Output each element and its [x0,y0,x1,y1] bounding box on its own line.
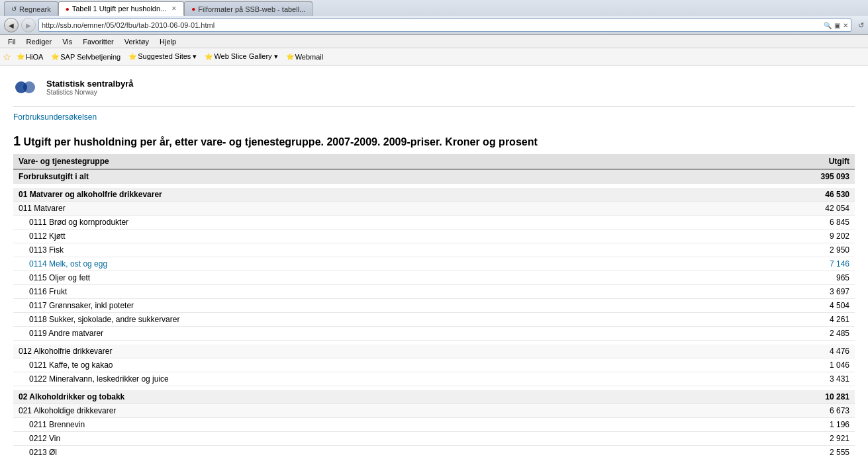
table-number: 1 [13,134,21,148]
fav-sap[interactable]: ⭐ SAP Selvbetjening [48,52,123,62]
table-cell-label: 0213 Øl [13,446,698,460]
menu-favoritter[interactable]: Favoritter [77,36,119,47]
table-cell-value: 6 845 [698,216,855,230]
table-row: 012 Alkoholfrie drikkevarer4 476 [13,345,855,358]
fav-webmail[interactable]: ⭐ Webmail [283,52,326,62]
refresh-page-icon[interactable]: ↺ [858,21,864,30]
table-row: 0212 Vin2 921 [13,432,855,446]
table-cell-label: 012 Alkoholfrie drikkevarer [13,345,698,358]
table-cell-label: 0111 Brød og kornprodukter [13,216,698,230]
menu-hjelp[interactable]: Hjelp [154,36,181,47]
favorites-bar: ☆ ⭐ HiOA ⭐ SAP Selvbetjening ⭐ Suggested… [0,48,868,65]
table-cell-value: 2 950 [698,243,855,257]
back-button[interactable]: ◀ [4,18,19,32]
table-row: 021 Alkoholdige drikkevarer6 673 [13,404,855,418]
table-cell-value: 965 [698,271,855,285]
tab-label-regneark: Regneark [19,5,51,13]
fav-icon-webslice: ⭐ [205,53,213,60]
table-row: 0213 Øl2 555 [13,446,855,460]
menu-rediger[interactable]: Rediger [21,36,58,47]
table-cell-label: 01 Matvarer og alkoholfrie drikkevarer [13,188,698,202]
breadcrumb-link[interactable]: Forbruksundersøkelsen [13,112,97,122]
table-title: 1 Utgift per husholdning per år, etter v… [13,127,855,154]
table-cell-value: 10 281 [698,390,855,404]
table-row: 0114 Melk, ost og egg7 146 [13,257,855,271]
table-cell-value: 4 476 [698,345,855,358]
table-row: 0211 Brennevin1 196 [13,418,855,432]
table-cell-value: 42 054 [698,202,855,216]
table-row: 0117 Grønnsaker, inkl poteter4 504 [13,299,855,313]
table-row: 0116 Frukt3 697 [13,285,855,299]
col-header-value: Utgift [698,154,855,169]
fav-hioa[interactable]: ⭐ HiOA [14,52,46,62]
menu-fil[interactable]: Fil [3,36,21,47]
close-icon[interactable]: ✕ [843,22,848,29]
favorites-star-icon: ☆ [3,52,11,62]
fav-webslice[interactable]: ⭐ Web Slice Gallery ▾ [202,51,280,62]
tab-icon-regneark: ↺ [11,5,17,13]
forward-button[interactable]: ▶ [21,18,36,32]
table-cell-label: Forbruksutgift i alt [13,169,698,184]
fav-icon-hioa: ⭐ [17,53,24,60]
fav-label-hioa: HiOA [26,53,43,61]
svg-point-2 [23,81,35,93]
table-cell-label: 0113 Fisk [13,243,698,257]
table-row: 0118 Sukker, sjokolade, andre sukkervare… [13,313,855,327]
table-row: 011 Matvarer42 054 [13,202,855,216]
tab-regneark[interactable]: ↺ Regneark [4,1,58,16]
table-row: 0112 Kjøtt9 202 [13,230,855,243]
tab-tabell1[interactable]: ● Tabell 1 Utgift per husholdn... ✕ [58,1,185,16]
table-cell-label: 0116 Frukt [13,285,698,299]
fav-icon-suggested: ⭐ [128,53,136,60]
browser-chrome: ↺ Regneark ● Tabell 1 Utgift per hushold… [0,0,868,35]
fav-suggested[interactable]: ⭐ Suggested Sites ▾ [126,51,199,62]
table-cell-label: 0114 Melk, ost og egg [13,257,698,271]
table-cell-value: 9 202 [698,230,855,243]
fav-label-suggested: Suggested Sites ▾ [138,52,197,61]
browser-tabs: ↺ Regneark ● Tabell 1 Utgift per hushold… [0,0,868,16]
table-cell-value: 2 555 [698,446,855,460]
refresh-icon[interactable]: ▣ [834,22,840,29]
fav-label-webslice: Web Slice Gallery ▾ [214,52,277,61]
fav-label-webmail: Webmail [295,53,324,61]
tab-close-tabell1[interactable]: ✕ [171,5,177,12]
menu-verktoy[interactable]: Verktøy [119,36,154,47]
table-cell-value: 4 261 [698,313,855,327]
ssb-logo-icon [13,73,41,101]
table-row: 0122 Mineralvann, leskedrikker og juice3… [13,372,855,386]
table-row: 0115 Oljer og fett965 [13,271,855,285]
table-cell-value: 2 921 [698,432,855,446]
menu-vis[interactable]: Vis [57,36,77,47]
table-cell-value: 3 697 [698,285,855,299]
table-cell-value: 46 530 [698,188,855,202]
table-cell-label: 0121 Kaffe, te og kakao [13,358,698,372]
menu-bar: Fil Rediger Vis Favoritter Verktøy Hjelp [0,35,868,48]
search-icon[interactable]: 🔍 [824,22,832,29]
tab-filformater[interactable]: ● Filformater på SSB-web - tabell... [184,1,313,16]
site-name: Statistisk sentralbyrå [46,79,134,89]
tab-label-tabell1: Tabell 1 Utgift per husholdn... [72,5,166,13]
tab-icon-tabell1: ● [66,5,70,13]
table-row: 0113 Fisk2 950 [13,243,855,257]
table-cell-label: 0117 Grønnsaker, inkl poteter [13,299,698,313]
tab-label-filformater: Filformater på SSB-web - tabell... [198,5,305,13]
fav-icon-webmail: ⭐ [286,53,294,60]
table-row: 01 Matvarer og alkoholfrie drikkevarer46… [13,188,855,202]
table-cell-label: 0212 Vin [13,432,698,446]
data-table: Vare- og tjenestegruppe Utgift Forbruksu… [13,154,855,459]
table-row: 02 Alkoholdrikker og tobakk10 281 [13,390,855,404]
table-cell-value: 1 046 [698,358,855,372]
site-logo: Statistisk sentralbyrå Statistics Norway [13,73,134,101]
table-cell-label: 011 Matvarer [13,202,698,216]
table-cell-value: 7 146 [698,257,855,271]
table-cell-value: 1 196 [698,418,855,432]
table-cell-label: 0211 Brennevin [13,418,698,432]
site-header: Statistisk sentralbyrå Statistics Norway [13,65,855,107]
address-bar[interactable]: http://ssb.no/emner/05/02/fbu/tab-2010-0… [38,19,851,32]
table-cell-label: 0115 Oljer og fett [13,271,698,285]
table-row: 0111 Brød og kornprodukter6 845 [13,216,855,230]
tab-icon-filformater: ● [191,5,195,13]
table-cell-value: 6 673 [698,404,855,418]
table-cell-value: 395 093 [698,169,855,184]
breadcrumb: Forbruksundersøkelsen [13,107,855,127]
